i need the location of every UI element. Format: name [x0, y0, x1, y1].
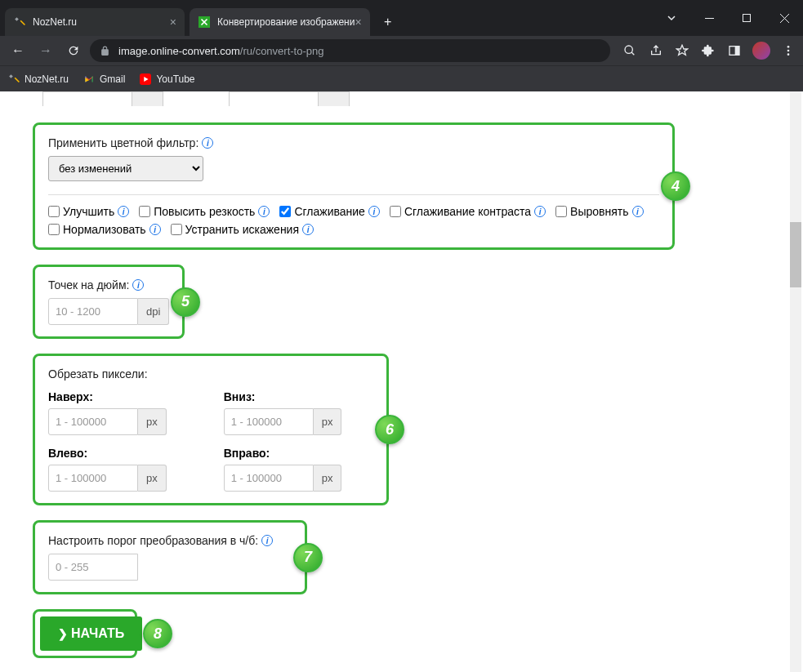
- scrollbar-thumb[interactable]: [790, 222, 801, 287]
- cutoff-row: [42, 91, 770, 106]
- close-button[interactable]: [765, 5, 803, 31]
- enhance-checkbox[interactable]: Улучшитьi: [48, 205, 129, 218]
- menu-icon[interactable]: [780, 42, 796, 59]
- svg-rect-1: [743, 15, 751, 22]
- url-host: image.online-convert.com: [118, 45, 240, 57]
- info-icon[interactable]: i: [368, 206, 380, 217]
- maximize-button[interactable]: [728, 5, 765, 31]
- bookmarks-bar: NozNet.ru Gmail YouTube: [0, 65, 803, 91]
- normalize-checkbox[interactable]: Нормализоватьi: [48, 223, 161, 236]
- info-icon[interactable]: i: [202, 137, 213, 149]
- bookmark-gmail[interactable]: Gmail: [83, 73, 125, 85]
- info-icon[interactable]: i: [261, 535, 273, 546]
- dpi-input[interactable]: [48, 298, 138, 325]
- window-controls: [653, 0, 803, 36]
- crop-right-label: Вправо:: [224, 447, 342, 460]
- crop-right-input[interactable]: [224, 465, 314, 492]
- tab-convert[interactable]: Конвертирование изображени ×: [190, 8, 370, 36]
- svg-point-7: [787, 53, 790, 56]
- url-path: /ru/convert-to-png: [240, 45, 324, 57]
- equalize-checkbox[interactable]: Выровнятьi: [555, 205, 643, 218]
- info-icon[interactable]: i: [302, 224, 314, 235]
- extensions-icon[interactable]: [700, 42, 716, 59]
- dpi-unit: dpi: [138, 298, 169, 325]
- tools-icon: [13, 16, 26, 29]
- info-icon[interactable]: i: [534, 206, 546, 217]
- crop-label: Обрезать пиксели:: [48, 367, 373, 381]
- svg-point-2: [625, 46, 632, 53]
- info-icon[interactable]: i: [632, 206, 644, 217]
- info-icon[interactable]: i: [118, 206, 129, 217]
- filter-label: Применить цветной фильтр: i: [48, 136, 659, 149]
- svg-rect-4: [735, 47, 739, 56]
- annotation-badge: 8: [143, 619, 172, 648]
- address-bar: ← → image.online-convert.com/ru/convert-…: [0, 36, 803, 65]
- tab-title: Конвертирование изображени: [217, 16, 355, 28]
- dpi-label: Точек на дюйм: i: [48, 278, 169, 291]
- annotation-badge: 7: [293, 543, 323, 572]
- forward-button[interactable]: →: [34, 39, 57, 62]
- new-tab-button[interactable]: +: [377, 11, 399, 33]
- minimize-button[interactable]: [690, 5, 728, 31]
- info-icon[interactable]: i: [258, 206, 270, 217]
- antialias-checkbox[interactable]: Сглаживаниеi: [279, 205, 379, 218]
- crop-bottom-input[interactable]: [224, 408, 314, 435]
- tab-title: NozNet.ru: [33, 16, 77, 28]
- star-icon[interactable]: [674, 42, 690, 59]
- threshold-label: Настроить порог преобразования в ч/б: i: [48, 534, 292, 547]
- bookmark-youtube[interactable]: YouTube: [140, 73, 194, 85]
- deskew-checkbox[interactable]: Устранить искаженияi: [171, 223, 314, 236]
- lock-icon: [100, 46, 110, 56]
- sharpen-checkbox[interactable]: Повысить резкостьi: [139, 205, 270, 218]
- annotation-badge: 6: [375, 415, 404, 444]
- svg-point-5: [787, 46, 790, 48]
- annotation-badge: 4: [661, 171, 690, 201]
- scrollbar-track[interactable]: [790, 91, 801, 672]
- close-icon[interactable]: ×: [170, 16, 176, 29]
- back-button[interactable]: ←: [7, 39, 29, 62]
- page-content: 4 Применить цветной фильтр: i без измене…: [0, 91, 803, 672]
- close-icon[interactable]: ×: [355, 16, 361, 29]
- bookmark-noznet[interactable]: NozNet.ru: [8, 73, 69, 85]
- filter-select[interactable]: без изменений: [48, 156, 203, 181]
- share-icon[interactable]: [648, 42, 664, 59]
- crop-left-input[interactable]: [48, 465, 138, 492]
- annotation-badge: 5: [171, 287, 200, 317]
- tab-noznet[interactable]: NozNet.ru ×: [5, 8, 185, 36]
- despeckle-checkbox[interactable]: Сглаживание контрастаi: [390, 205, 546, 218]
- info-icon[interactable]: i: [132, 279, 144, 291]
- crop-top-label: Наверх:: [48, 390, 167, 403]
- browser-titlebar: NozNet.ru × Конвертирование изображени ×…: [0, 0, 803, 36]
- site-icon: [198, 16, 211, 29]
- info-icon[interactable]: i: [149, 224, 161, 235]
- start-button[interactable]: ❯ НАЧАТЬ: [40, 616, 142, 651]
- threshold-input[interactable]: [48, 554, 138, 581]
- start-section: 8 ❯ НАЧАТЬ: [33, 609, 137, 658]
- url-field[interactable]: image.online-convert.com/ru/convert-to-p…: [90, 39, 610, 62]
- crop-section: 6 Обрезать пиксели: Наверх: px Влево: px…: [33, 354, 389, 505]
- avatar[interactable]: [752, 42, 770, 60]
- crop-bottom-label: Вниз:: [224, 390, 342, 403]
- threshold-section: 7 Настроить порог преобразования в ч/б: …: [33, 520, 307, 594]
- search-icon[interactable]: [622, 42, 638, 59]
- reload-button[interactable]: [62, 39, 85, 62]
- svg-point-6: [787, 50, 790, 52]
- chevron-down-icon[interactable]: [653, 5, 690, 31]
- sidepanel-icon[interactable]: [726, 42, 743, 59]
- dpi-section: 5 Точек на дюйм: i dpi: [33, 265, 185, 339]
- crop-top-input[interactable]: [48, 408, 138, 435]
- crop-left-label: Влево:: [48, 447, 167, 460]
- color-filter-section: 4 Применить цветной фильтр: i без измене…: [33, 122, 675, 250]
- chevron-right-icon: ❯: [58, 627, 68, 640]
